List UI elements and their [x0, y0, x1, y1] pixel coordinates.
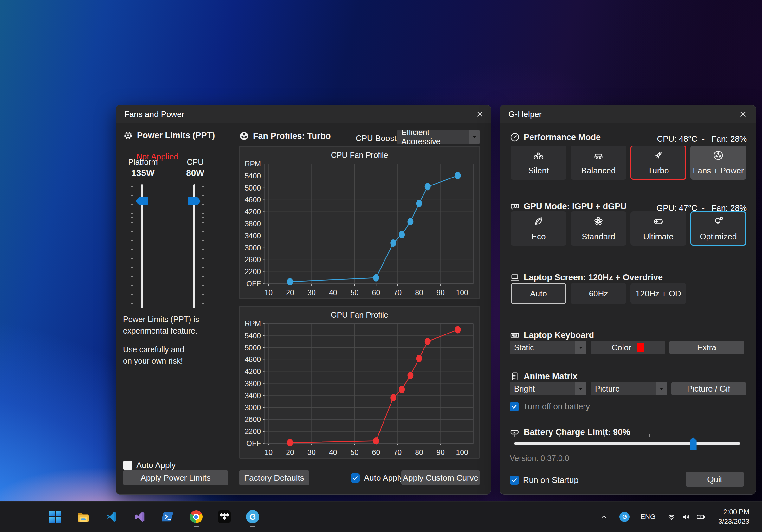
- mode-button-silent[interactable]: Silent: [511, 145, 567, 180]
- screen-button-120hz-od[interactable]: 120Hz + OD: [631, 283, 686, 304]
- svg-text:60: 60: [372, 288, 380, 297]
- gpu-fan-chart[interactable]: 102030405060708090100OFF2200260030003400…: [240, 320, 478, 458]
- cpu-slider-thumb[interactable]: [188, 197, 201, 205]
- folder-icon: [77, 510, 90, 523]
- matrix-brightness-dropdown[interactable]: Bright: [510, 382, 586, 395]
- curve-auto-apply-row: Auto Apply: [350, 473, 403, 483]
- svg-text:3800: 3800: [245, 220, 261, 228]
- screen-button-60hz[interactable]: 60Hz: [571, 283, 626, 304]
- powershell-button[interactable]: [159, 505, 177, 528]
- matrix-brightness-value: Bright: [510, 382, 575, 395]
- g-helper-button[interactable]: G: [244, 505, 262, 528]
- svg-text:3000: 3000: [245, 244, 261, 252]
- screen-button-label: 120Hz + OD: [636, 289, 681, 299]
- cpu-boost-dropdown[interactable]: Efficient Aggressive: [397, 130, 480, 144]
- visual-studio-icon: [133, 510, 146, 523]
- fans-window-title: Fans and Power: [124, 110, 184, 119]
- fans-window-titlebar[interactable]: Fans and Power: [116, 105, 491, 123]
- apply-power-limits-button[interactable]: Apply Power Limits: [123, 471, 228, 485]
- keyboard-color-button[interactable]: Color: [590, 341, 665, 354]
- tidal-icon: [218, 510, 231, 523]
- tray-clock[interactable]: 2:00 PM 3/23/2023: [718, 507, 749, 526]
- gpu-fan-chart-panel: GPU Fan Profile 102030405060708090100OFF…: [239, 306, 480, 459]
- keyboard-extra-button[interactable]: Extra: [669, 341, 744, 354]
- keyboard-icon: [510, 330, 520, 340]
- ghelper-title: G-Helper: [508, 110, 542, 119]
- chevron-down-icon: [473, 136, 476, 138]
- battery-tray-button[interactable]: [696, 512, 706, 521]
- chevron-down-icon: [579, 346, 582, 349]
- battery-slider-ticks: [514, 434, 740, 437]
- keyboard-mode-dropdown[interactable]: Static: [510, 341, 586, 354]
- close-icon: [475, 110, 485, 119]
- mode-button-balanced[interactable]: Balanced: [571, 145, 626, 180]
- performance-mode-header: Performance Mode: [510, 132, 601, 142]
- platform-slider-thumb[interactable]: [136, 197, 148, 205]
- keyboard-color-label: Color: [611, 343, 631, 352]
- chrome-button[interactable]: [187, 505, 205, 528]
- matrix-brightness-dropdown-button[interactable]: [575, 382, 586, 395]
- svg-text:RPM: RPM: [245, 320, 261, 328]
- matrix-picture-gif-button[interactable]: Picture / Gif: [671, 382, 746, 395]
- anime-matrix-header: Anime Matrix: [510, 371, 577, 381]
- wifi-icon: [667, 512, 676, 521]
- wifi-button[interactable]: [667, 512, 676, 521]
- leaf-icon: [533, 216, 544, 227]
- laptop-icon: [510, 272, 520, 282]
- matrix-mode-dropdown-button[interactable]: [656, 382, 667, 395]
- bulb-gear-icon: [713, 216, 724, 227]
- svg-text:20: 20: [286, 288, 294, 297]
- cpu-limit-value: 80W: [173, 168, 217, 178]
- volume-button[interactable]: [681, 512, 691, 521]
- cpu-boost-dropdown-button[interactable]: [469, 130, 480, 144]
- factory-defaults-button[interactable]: Factory Defaults: [239, 471, 309, 485]
- gpu-button-standard[interactable]: Standard: [571, 211, 626, 246]
- svg-text:80: 80: [415, 448, 423, 457]
- visual-studio-button[interactable]: [131, 505, 149, 528]
- flower-icon: [593, 216, 604, 227]
- gpu-button-optimized[interactable]: Optimized: [690, 211, 746, 246]
- gpu-mode-header: GPU Mode: iGPU + dGPU: [510, 201, 627, 211]
- quit-button[interactable]: Quit: [686, 472, 744, 487]
- fans-close-button[interactable]: [474, 108, 486, 120]
- matrix-mode-dropdown[interactable]: Picture: [590, 382, 667, 395]
- keyboard-mode-dropdown-button[interactable]: [575, 341, 586, 354]
- bicycle-icon: [533, 150, 544, 161]
- tray-g-helper-icon[interactable]: G: [619, 512, 630, 522]
- svg-text:OFF: OFF: [246, 280, 261, 288]
- chevron-down-icon: [660, 388, 663, 390]
- mode-button-turbo[interactable]: Turbo: [631, 145, 686, 180]
- cpu-slider-ticks: [201, 186, 204, 308]
- power-auto-apply-checkbox[interactable]: [123, 461, 132, 470]
- gpu-button-ultimate[interactable]: Ultimate: [631, 211, 686, 246]
- run-on-startup-checkbox[interactable]: [510, 476, 519, 485]
- turn-off-on-battery-checkbox[interactable]: [510, 402, 519, 411]
- battery-slider-track[interactable]: [514, 442, 740, 445]
- platform-slider-ticks: [130, 186, 133, 308]
- version-link[interactable]: Version: 0.37.0.0: [510, 454, 569, 463]
- battery-slider-thumb[interactable]: [690, 437, 697, 450]
- tidal-button[interactable]: [215, 505, 233, 528]
- svg-text:10: 10: [265, 448, 272, 457]
- curve-auto-apply-checkbox[interactable]: [350, 473, 360, 483]
- mode-button-fans-power[interactable]: Fans + Power: [690, 145, 746, 180]
- cpu-fan-chart[interactable]: 102030405060708090100OFF2200260030003400…: [240, 160, 478, 298]
- apply-custom-curve-button[interactable]: Apply Custom Curve: [401, 471, 480, 485]
- language-indicator[interactable]: ENG: [640, 513, 655, 521]
- laptop-keyboard-header: Laptop Keyboard: [510, 330, 594, 340]
- svg-text:2600: 2600: [245, 415, 261, 423]
- ghelper-close-button[interactable]: [737, 108, 749, 120]
- tray-chevron-button[interactable]: [599, 512, 609, 521]
- gpu-button-eco[interactable]: Eco: [511, 211, 567, 246]
- start-button[interactable]: [46, 505, 64, 528]
- file-explorer-button[interactable]: [74, 505, 92, 528]
- chrome-icon: [190, 510, 202, 523]
- tray-time: 2:00 PM: [718, 507, 749, 517]
- gpu-mode-buttons: Eco Standard Ultimate: [511, 211, 746, 246]
- vscode-button[interactable]: [103, 505, 120, 528]
- fan-profiles-title: Fan Profiles: Turbo: [253, 131, 331, 141]
- screen-button-auto[interactable]: Auto: [511, 283, 567, 304]
- cpu-limit-group: CPU 80W: [173, 158, 217, 178]
- ghelper-titlebar[interactable]: G-Helper: [500, 105, 756, 123]
- taskbar-apps: G: [46, 501, 262, 532]
